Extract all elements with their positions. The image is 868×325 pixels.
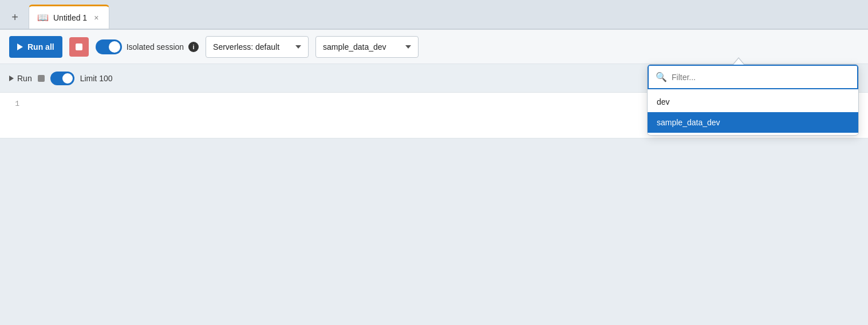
run-all-button[interactable]: Run all	[9, 36, 62, 58]
isolated-session-toggle-container: Isolated session i	[96, 39, 199, 54]
add-tab-icon: +	[11, 11, 18, 24]
database-dropdown-overlay: 🔍 dev sample_data_dev	[647, 57, 859, 136]
new-tab-button[interactable]: +	[5, 7, 25, 27]
cell-run-button[interactable]: Run	[9, 74, 32, 83]
tab-title: Untitled 1	[53, 13, 87, 22]
dropdown-item-dev[interactable]: dev	[648, 92, 858, 112]
database-label: sample_data_dev	[323, 42, 386, 51]
cell-play-icon	[9, 76, 14, 81]
database-dropdown[interactable]: sample_data_dev	[315, 36, 419, 58]
cell-toggle[interactable]	[50, 72, 74, 85]
dropdown-search-container: 🔍	[648, 65, 858, 89]
dropdown-panel: 🔍 dev sample_data_dev	[647, 64, 859, 136]
stop-icon	[76, 43, 82, 50]
cell-run-label: Run	[17, 74, 32, 83]
isolated-session-toggle[interactable]	[96, 39, 122, 54]
serverless-chevron-icon	[295, 45, 301, 49]
line-numbers: 1	[0, 100, 29, 131]
filter-input[interactable]	[672, 73, 850, 82]
serverless-dropdown[interactable]: Serverless: default	[206, 36, 309, 58]
tab-untitled-1[interactable]: 📖 Untitled 1 ×	[29, 5, 109, 29]
dropdown-item-sample-data-dev[interactable]: sample_data_dev	[648, 112, 858, 133]
line-number-1: 1	[15, 100, 19, 108]
stop-button[interactable]	[69, 37, 89, 57]
cell-limit-label: Limit 100	[80, 74, 113, 83]
run-all-label: Run all	[27, 42, 54, 51]
tab-notebook-icon: 📖	[37, 12, 49, 23]
content-area: Run Limit 100 1 🔍 dev sample_data_dev	[0, 64, 868, 138]
cell-stop-icon	[38, 75, 45, 82]
serverless-label: Serverless: default	[213, 42, 279, 51]
search-icon: 🔍	[656, 72, 667, 82]
info-icon[interactable]: i	[188, 42, 199, 52]
play-icon	[17, 43, 23, 50]
database-chevron-icon	[405, 45, 411, 49]
tab-bar: + 📖 Untitled 1 ×	[0, 0, 868, 30]
tab-close-button[interactable]: ×	[92, 12, 101, 23]
isolated-session-label: Isolated session	[127, 42, 184, 51]
dropdown-list: dev sample_data_dev	[648, 89, 858, 135]
dropdown-arrow	[733, 57, 744, 64]
